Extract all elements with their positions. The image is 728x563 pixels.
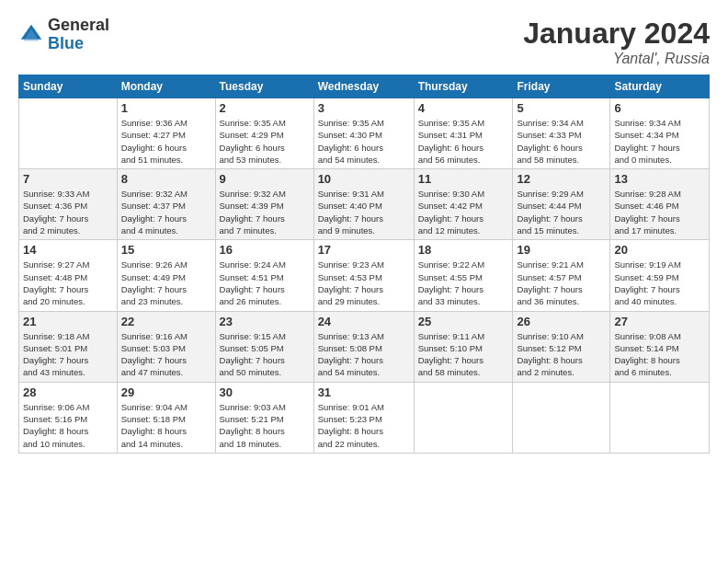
logo-general: General — [48, 17, 109, 35]
day-number: 12 — [517, 172, 606, 186]
calendar-cell: 11Sunrise: 9:30 AM Sunset: 4:42 PM Dayli… — [414, 169, 513, 240]
calendar-day-header: Friday — [513, 75, 610, 98]
calendar-cell: 13Sunrise: 9:28 AM Sunset: 4:46 PM Dayli… — [610, 169, 710, 240]
day-info: Sunrise: 9:34 AM Sunset: 4:34 PM Dayligh… — [614, 117, 705, 166]
day-number: 19 — [517, 243, 606, 257]
calendar-cell: 18Sunrise: 9:22 AM Sunset: 4:55 PM Dayli… — [414, 240, 513, 311]
logo-text: General Blue — [48, 17, 109, 53]
day-number: 4 — [418, 101, 509, 115]
calendar-cell: 9Sunrise: 9:32 AM Sunset: 4:39 PM Daylig… — [215, 169, 313, 240]
day-number: 5 — [517, 101, 606, 115]
calendar-week-row: 1Sunrise: 9:36 AM Sunset: 4:27 PM Daylig… — [19, 98, 710, 169]
day-number: 21 — [23, 315, 113, 328]
day-info: Sunrise: 9:29 AM Sunset: 4:44 PM Dayligh… — [517, 188, 606, 236]
header: General Blue January 2024 Yantal', Russi… — [18, 17, 710, 67]
day-number: 3 — [318, 101, 410, 115]
day-info: Sunrise: 9:35 AM Sunset: 4:31 PM Dayligh… — [418, 117, 509, 166]
title-location: Yantal', Russia — [523, 51, 710, 67]
day-info: Sunrise: 9:08 AM Sunset: 5:14 PM Dayligh… — [614, 330, 705, 379]
calendar-cell — [513, 382, 610, 453]
calendar-cell: 8Sunrise: 9:32 AM Sunset: 4:37 PM Daylig… — [117, 169, 215, 240]
calendar-day-header: Thursday — [414, 75, 513, 98]
calendar-cell: 31Sunrise: 9:01 AM Sunset: 5:23 PM Dayli… — [313, 382, 414, 453]
calendar-cell: 20Sunrise: 9:19 AM Sunset: 4:59 PM Dayli… — [610, 240, 710, 311]
calendar-cell: 4Sunrise: 9:35 AM Sunset: 4:31 PM Daylig… — [414, 98, 513, 169]
calendar-day-header: Saturday — [610, 75, 710, 98]
day-number: 14 — [23, 243, 113, 257]
day-info: Sunrise: 9:26 AM Sunset: 4:49 PM Dayligh… — [121, 259, 211, 307]
day-info: Sunrise: 9:11 AM Sunset: 5:10 PM Dayligh… — [418, 330, 509, 379]
calendar-cell: 5Sunrise: 9:34 AM Sunset: 4:33 PM Daylig… — [513, 98, 610, 169]
calendar-cell: 23Sunrise: 9:15 AM Sunset: 5:05 PM Dayli… — [215, 311, 313, 382]
calendar-cell: 22Sunrise: 9:16 AM Sunset: 5:03 PM Dayli… — [117, 311, 215, 382]
day-number: 15 — [121, 243, 211, 257]
day-info: Sunrise: 9:35 AM Sunset: 4:29 PM Dayligh… — [220, 117, 310, 166]
day-number: 10 — [318, 172, 410, 186]
day-info: Sunrise: 9:10 AM Sunset: 5:12 PM Dayligh… — [517, 330, 606, 379]
calendar-cell — [414, 382, 513, 453]
calendar-cell: 25Sunrise: 9:11 AM Sunset: 5:10 PM Dayli… — [414, 311, 513, 382]
day-number: 23 — [220, 315, 310, 328]
calendar-week-row: 7Sunrise: 9:33 AM Sunset: 4:36 PM Daylig… — [19, 169, 710, 240]
logo-blue: Blue — [48, 35, 109, 53]
day-number: 11 — [418, 172, 509, 186]
day-number: 29 — [121, 385, 211, 399]
day-info: Sunrise: 9:06 AM Sunset: 5:16 PM Dayligh… — [23, 401, 113, 450]
calendar-cell: 10Sunrise: 9:31 AM Sunset: 4:40 PM Dayli… — [313, 169, 414, 240]
logo: General Blue — [18, 17, 109, 53]
calendar-cell: 6Sunrise: 9:34 AM Sunset: 4:34 PM Daylig… — [610, 98, 710, 169]
day-number: 26 — [517, 315, 606, 328]
calendar-cell: 24Sunrise: 9:13 AM Sunset: 5:08 PM Dayli… — [313, 311, 414, 382]
day-info: Sunrise: 9:27 AM Sunset: 4:48 PM Dayligh… — [23, 259, 113, 307]
day-info: Sunrise: 9:36 AM Sunset: 4:27 PM Dayligh… — [121, 117, 211, 166]
day-info: Sunrise: 9:21 AM Sunset: 4:57 PM Dayligh… — [517, 259, 606, 307]
day-info: Sunrise: 9:15 AM Sunset: 5:05 PM Dayligh… — [220, 330, 310, 379]
day-number: 8 — [121, 172, 211, 186]
day-number: 16 — [220, 243, 310, 257]
logo-icon — [18, 22, 44, 48]
day-info: Sunrise: 9:24 AM Sunset: 4:51 PM Dayligh… — [220, 259, 310, 307]
calendar-cell: 12Sunrise: 9:29 AM Sunset: 4:44 PM Dayli… — [513, 169, 610, 240]
title-block: January 2024 Yantal', Russia — [523, 17, 710, 67]
day-number: 7 — [23, 172, 113, 186]
day-info: Sunrise: 9:32 AM Sunset: 4:39 PM Dayligh… — [220, 188, 310, 236]
calendar-day-header: Monday — [117, 75, 215, 98]
day-number: 22 — [121, 315, 211, 328]
day-info: Sunrise: 9:19 AM Sunset: 4:59 PM Dayligh… — [614, 259, 705, 307]
day-info: Sunrise: 9:23 AM Sunset: 4:53 PM Dayligh… — [318, 259, 410, 307]
day-number: 13 — [614, 172, 705, 186]
day-info: Sunrise: 9:33 AM Sunset: 4:36 PM Dayligh… — [23, 188, 113, 236]
day-info: Sunrise: 9:04 AM Sunset: 5:18 PM Dayligh… — [121, 401, 211, 450]
day-number: 25 — [418, 315, 509, 328]
calendar-cell: 27Sunrise: 9:08 AM Sunset: 5:14 PM Dayli… — [610, 311, 710, 382]
day-info: Sunrise: 9:13 AM Sunset: 5:08 PM Dayligh… — [318, 330, 410, 379]
day-number: 27 — [614, 315, 705, 328]
calendar-cell: 17Sunrise: 9:23 AM Sunset: 4:53 PM Dayli… — [313, 240, 414, 311]
calendar-header-row: SundayMondayTuesdayWednesdayThursdayFrid… — [19, 75, 710, 98]
day-info: Sunrise: 9:31 AM Sunset: 4:40 PM Dayligh… — [318, 188, 410, 236]
calendar-cell — [610, 382, 710, 453]
calendar-cell: 30Sunrise: 9:03 AM Sunset: 5:21 PM Dayli… — [215, 382, 313, 453]
calendar-cell: 29Sunrise: 9:04 AM Sunset: 5:18 PM Dayli… — [117, 382, 215, 453]
day-number: 30 — [220, 385, 310, 399]
calendar-day-header: Tuesday — [215, 75, 313, 98]
day-number: 31 — [318, 385, 410, 399]
calendar-cell: 1Sunrise: 9:36 AM Sunset: 4:27 PM Daylig… — [117, 98, 215, 169]
calendar-table: SundayMondayTuesdayWednesdayThursdayFrid… — [18, 75, 710, 454]
calendar-cell — [19, 98, 118, 169]
day-info: Sunrise: 9:30 AM Sunset: 4:42 PM Dayligh… — [418, 188, 509, 236]
calendar-week-row: 21Sunrise: 9:18 AM Sunset: 5:01 PM Dayli… — [19, 311, 710, 382]
day-info: Sunrise: 9:16 AM Sunset: 5:03 PM Dayligh… — [121, 330, 211, 379]
title-month: January 2024 — [523, 17, 710, 51]
calendar-week-row: 14Sunrise: 9:27 AM Sunset: 4:48 PM Dayli… — [19, 240, 710, 311]
calendar-cell: 28Sunrise: 9:06 AM Sunset: 5:16 PM Dayli… — [19, 382, 118, 453]
calendar-cell: 26Sunrise: 9:10 AM Sunset: 5:12 PM Dayli… — [513, 311, 610, 382]
calendar-cell: 19Sunrise: 9:21 AM Sunset: 4:57 PM Dayli… — [513, 240, 610, 311]
day-number: 2 — [220, 101, 310, 115]
calendar-cell: 16Sunrise: 9:24 AM Sunset: 4:51 PM Dayli… — [215, 240, 313, 311]
day-info: Sunrise: 9:35 AM Sunset: 4:30 PM Dayligh… — [318, 117, 410, 166]
calendar-day-header: Wednesday — [313, 75, 414, 98]
calendar-cell: 2Sunrise: 9:35 AM Sunset: 4:29 PM Daylig… — [215, 98, 313, 169]
calendar-cell: 3Sunrise: 9:35 AM Sunset: 4:30 PM Daylig… — [313, 98, 414, 169]
day-number: 28 — [23, 385, 113, 399]
